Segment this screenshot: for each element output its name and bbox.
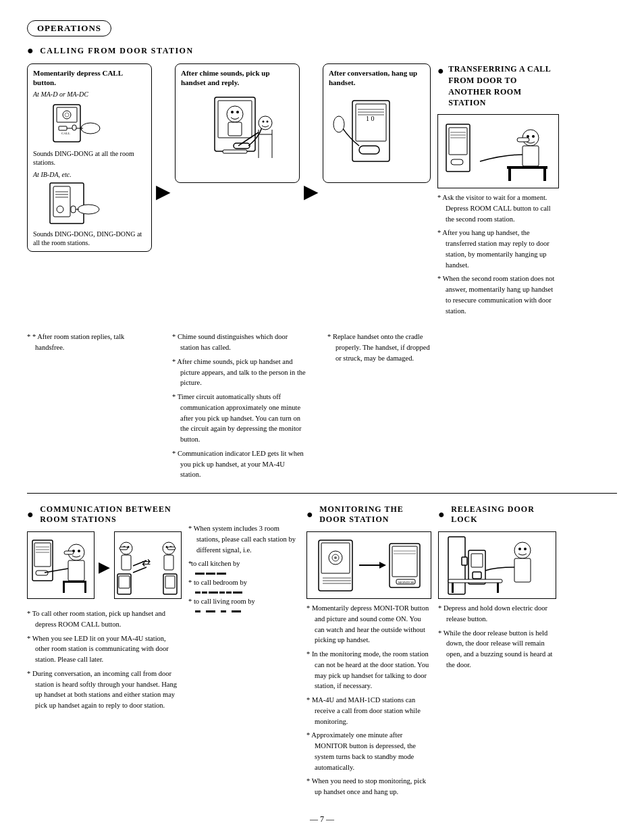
svg-rect-104 xyxy=(448,579,502,583)
handset-reply-illust xyxy=(181,90,289,178)
svg-rect-98 xyxy=(514,558,531,582)
step3-note-1: Replace handset onto the cradle properly… xyxy=(327,332,435,363)
step1-illust-2: At IB-DA, etc. xyxy=(33,171,146,247)
step1-caption2: Sounds DING-DONG, DING-DONG at all the r… xyxy=(33,230,146,247)
step1-sub2: At IB-DA, etc. xyxy=(33,171,72,178)
comm-notes-1: To call other room station, pick up hand… xyxy=(27,608,182,711)
comm-signal-note-1: When system includes 3 room stations, pl… xyxy=(188,523,300,555)
releasing-section: ● RELEASING DOOR LOCK xyxy=(438,504,556,674)
svg-rect-63 xyxy=(63,583,65,593)
svg-point-96 xyxy=(518,548,521,550)
comm-bedroom-label: to call bedroom by xyxy=(188,577,300,588)
releasing-title: ● RELEASING DOOR LOCK xyxy=(438,504,556,525)
svg-rect-56 xyxy=(36,571,48,575)
svg-text:⇄: ⇄ xyxy=(142,556,151,568)
bottom-sections: ● COMMUNICATION BETWEEN ROOM STATIONS xyxy=(27,504,617,801)
svg-rect-106 xyxy=(497,583,499,593)
svg-rect-68 xyxy=(122,555,131,570)
svg-rect-35 xyxy=(359,146,379,154)
svg-rect-52 xyxy=(34,543,51,567)
svg-rect-48 xyxy=(507,166,547,169)
svg-rect-49 xyxy=(508,169,511,181)
svg-rect-101 xyxy=(473,572,481,579)
monitor-note-3: MA-4U and MAH-1CD stations can receive a… xyxy=(306,695,431,727)
releasing-notes: Depress and hold down electric door rele… xyxy=(438,603,556,671)
step2-note-4: Communication indicator LED gets lit whe… xyxy=(172,448,307,480)
step2-notes: Chime sound distinguishes which door sta… xyxy=(172,332,307,483)
svg-rect-8 xyxy=(72,125,76,130)
comm-note-3: During conversation, an incoming call fr… xyxy=(27,668,182,711)
comm-signal-note-2: to call kitchen by xyxy=(188,558,300,569)
dash-2 xyxy=(206,573,215,575)
svg-point-45 xyxy=(532,135,535,138)
monitoring-illust-svg: MONITOR xyxy=(312,533,427,598)
svg-rect-76 xyxy=(167,547,176,550)
communication-title: ● COMMUNICATION BETWEEN ROOM STATIONS xyxy=(27,504,182,525)
svg-text:1 0: 1 0 xyxy=(366,115,375,122)
svg-text:MONITOR: MONITOR xyxy=(398,581,414,584)
dash-b-2 xyxy=(233,592,242,594)
svg-rect-17 xyxy=(71,206,76,213)
door-station-illust-1: CALL xyxy=(33,99,114,147)
svg-point-95 xyxy=(514,542,531,558)
svg-marker-88 xyxy=(379,562,386,569)
svg-rect-103 xyxy=(462,557,467,565)
release-note-2: While the door release button is held do… xyxy=(438,628,556,671)
communication-section: ● COMMUNICATION BETWEEN ROOM STATIONS xyxy=(27,504,182,714)
step3-notes: Replace handset onto the cradle properly… xyxy=(327,332,435,483)
step2-label: After chime sounds, pick up handset and … xyxy=(181,68,294,88)
svg-point-44 xyxy=(527,135,529,138)
svg-rect-105 xyxy=(452,583,454,593)
kitchen-signal-line xyxy=(195,573,300,575)
svg-rect-42 xyxy=(451,159,463,165)
monitor-note-5: When you need to stop monitoring, pick u… xyxy=(306,776,431,797)
step2-box: After chime sounds, pick up handset and … xyxy=(175,63,300,183)
gap-1 xyxy=(202,610,205,612)
dash-l-4 xyxy=(232,610,241,612)
svg-rect-4 xyxy=(59,126,67,130)
monitoring-title: ● MONITORING THE DOOR STATION xyxy=(306,504,431,525)
svg-point-84 xyxy=(334,556,337,559)
step3-notes-col: Replace handset onto the cradle properly… xyxy=(327,332,435,363)
step1-sub1: At MA-D or MA-DC xyxy=(33,90,88,98)
svg-rect-100 xyxy=(471,554,483,567)
transfer-section: ● TRANSFERRING A CALL FROM DOOR TO ANOTH… xyxy=(431,63,559,319)
step2-note-2: After chime sounds, pick up handset and … xyxy=(172,357,307,388)
dash-l-2 xyxy=(206,610,215,612)
dash-3 xyxy=(217,573,226,575)
calling-section-title: ● CALLING FROM DOOR STATION xyxy=(27,45,617,57)
hangup-illust: 1 0 xyxy=(329,90,417,178)
svg-point-22 xyxy=(236,111,239,113)
svg-point-14 xyxy=(57,206,63,213)
svg-rect-71 xyxy=(119,576,130,588)
dash-sm-3 xyxy=(219,592,225,594)
transfer-note-2: After you hang up handset, the transferr… xyxy=(437,228,559,270)
operations-header: OPERATIONS xyxy=(27,20,111,36)
step2-note-3: Timer circuit automatically shuts off co… xyxy=(172,392,307,445)
svg-text:CALL: CALL xyxy=(61,132,70,135)
step1-label: Momentarily depress CALL button. xyxy=(33,68,146,88)
svg-rect-64 xyxy=(84,583,86,593)
step3-label: After conversation, hang up handset. xyxy=(329,68,425,88)
dash-sm-1 xyxy=(195,592,200,594)
comm-illust-1 xyxy=(27,531,95,599)
svg-rect-60 xyxy=(68,560,84,581)
svg-rect-46 xyxy=(522,146,539,166)
comm-signal-section: When system includes 3 room stations, pl… xyxy=(188,504,300,615)
comm-illust-2-svg: ⇄ xyxy=(116,533,180,598)
monitoring-notes: Momentarily depress MONI-TOR button and … xyxy=(306,603,431,797)
svg-rect-23 xyxy=(228,122,242,136)
comm-illust-2: ⇄ xyxy=(114,531,182,599)
svg-point-97 xyxy=(524,548,527,550)
transfer-illustration xyxy=(437,114,559,188)
svg-point-3 xyxy=(65,113,69,117)
step1-after-note: * After room station replies, talk hands… xyxy=(27,332,152,483)
signal-kitchen xyxy=(195,573,300,575)
svg-point-15 xyxy=(78,205,99,214)
step1-illust-1: At MA-D or MA-DC CALL xyxy=(33,90,146,167)
arrow-1: ▶ xyxy=(152,180,175,203)
step1-caption1: Sounds DING-DONG at all the room station… xyxy=(33,149,146,167)
svg-rect-78 xyxy=(165,576,175,588)
comm-bullet: ● xyxy=(27,508,34,521)
svg-rect-61 xyxy=(64,551,74,554)
